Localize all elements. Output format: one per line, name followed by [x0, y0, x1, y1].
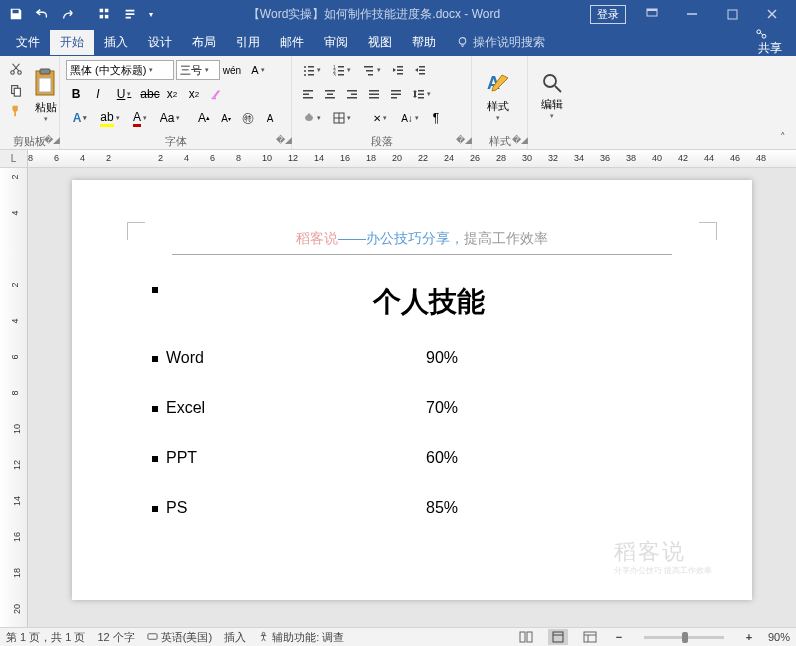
subscript-button[interactable]: x2 — [162, 84, 182, 104]
vertical-ruler[interactable]: 242468101214161820 — [0, 168, 28, 627]
align-center-button[interactable] — [320, 84, 340, 104]
tab-引用[interactable]: 引用 — [226, 30, 270, 55]
bold-button[interactable]: B — [66, 84, 86, 104]
undo-icon[interactable] — [30, 2, 54, 26]
collapse-ribbon-button[interactable]: ˄ — [774, 129, 792, 145]
svg-rect-3 — [105, 15, 109, 19]
clear-formatting-button[interactable] — [206, 84, 226, 104]
qat-item-icon[interactable] — [118, 2, 142, 26]
cut-button[interactable] — [6, 59, 26, 79]
shrink-font-button[interactable]: A▾ — [216, 108, 236, 128]
svg-rect-20 — [212, 98, 216, 100]
share-button[interactable]: 共享 — [747, 24, 790, 61]
align-right-button[interactable] — [342, 84, 362, 104]
tab-selector[interactable]: L — [0, 150, 28, 167]
font-launcher[interactable]: �◢ — [276, 135, 288, 147]
font-name-combo[interactable]: 黑体 (中文标题)▾ — [66, 60, 174, 80]
italic-button[interactable]: I — [88, 84, 108, 104]
horizontal-ruler[interactable]: 8642246810121416182022242628303234363840… — [28, 150, 796, 167]
login-button[interactable]: 登录 — [590, 5, 626, 24]
multilevel-list-button[interactable] — [358, 60, 386, 80]
highlight-button[interactable]: ab — [96, 108, 124, 128]
status-insert-mode[interactable]: 插入 — [224, 630, 246, 645]
web-layout-view-button[interactable] — [580, 629, 600, 645]
align-justify-button[interactable] — [364, 84, 384, 104]
copy-button[interactable] — [6, 80, 26, 100]
borders-button[interactable] — [328, 108, 356, 128]
char-border-button[interactable]: A — [244, 60, 272, 80]
svg-point-67 — [262, 632, 265, 635]
touch-mode-icon[interactable] — [92, 2, 116, 26]
char-shading-button[interactable]: Aa — [156, 108, 184, 128]
strikethrough-button[interactable]: abc — [140, 84, 160, 104]
align-distribute-button[interactable] — [386, 84, 406, 104]
numbering-button[interactable]: 123 — [328, 60, 356, 80]
underline-button[interactable]: U — [110, 84, 138, 104]
sort-button[interactable]: A↓ — [396, 108, 424, 128]
font-color-button[interactable]: A — [126, 108, 154, 128]
styles-launcher[interactable]: �◢ — [512, 135, 524, 147]
paragraph-launcher[interactable]: �◢ — [456, 135, 468, 147]
char-scaling-button[interactable]: A — [260, 108, 280, 128]
zoom-in-button[interactable]: + — [742, 631, 756, 643]
tab-布局[interactable]: 布局 — [182, 30, 226, 55]
shading-button[interactable] — [298, 108, 326, 128]
svg-rect-36 — [397, 66, 403, 68]
tab-设计[interactable]: 设计 — [138, 30, 182, 55]
show-marks-button[interactable]: ¶ — [426, 108, 446, 128]
clipboard-icon — [33, 68, 59, 98]
svg-rect-37 — [397, 70, 403, 72]
increase-indent-button[interactable] — [410, 60, 430, 80]
redo-icon[interactable] — [56, 2, 80, 26]
document-area[interactable]: 稻客说——办公技巧分享，提高工作效率 个人技能 Word90%Excel70%P… — [28, 168, 796, 627]
lightbulb-icon — [456, 36, 469, 49]
maximize-icon[interactable] — [712, 0, 752, 28]
superscript-button[interactable]: x2 — [184, 84, 204, 104]
phonetic-guide-button[interactable]: wén — [222, 60, 242, 80]
bullets-button[interactable] — [298, 60, 326, 80]
status-accessibility[interactable]: 辅助功能: 调查 — [258, 630, 344, 645]
grow-font-button[interactable]: A▴ — [194, 108, 214, 128]
asian-layout-button[interactable]: ✕ — [366, 108, 394, 128]
svg-point-25 — [304, 74, 306, 76]
share-icon — [755, 28, 782, 40]
svg-rect-56 — [391, 97, 397, 99]
text-effects-button[interactable]: A — [66, 108, 94, 128]
svg-rect-54 — [391, 90, 401, 92]
zoom-level[interactable]: 90% — [768, 631, 790, 643]
zoom-out-button[interactable]: − — [612, 631, 626, 643]
svg-rect-52 — [369, 94, 379, 96]
qat-sep — [82, 2, 90, 26]
editing-button[interactable]: 编辑 ▾ — [534, 59, 570, 131]
align-left-button[interactable] — [298, 84, 318, 104]
tab-审阅[interactable]: 审阅 — [314, 30, 358, 55]
line-spacing-button[interactable] — [408, 84, 436, 104]
tab-邮件[interactable]: 邮件 — [270, 30, 314, 55]
format-painter-button[interactable] — [6, 101, 26, 121]
enclose-char-button[interactable]: ㊕ — [238, 108, 258, 128]
print-layout-view-button[interactable] — [548, 629, 568, 645]
tab-开始[interactable]: 开始 — [50, 30, 94, 55]
tab-视图[interactable]: 视图 — [358, 30, 402, 55]
status-word-count[interactable]: 12 个字 — [97, 630, 134, 645]
clipboard-launcher[interactable]: �◢ — [44, 135, 56, 147]
tab-帮助[interactable]: 帮助 — [402, 30, 446, 55]
minimize-icon[interactable] — [672, 0, 712, 28]
tab-插入[interactable]: 插入 — [94, 30, 138, 55]
svg-rect-44 — [303, 97, 313, 99]
tell-me-search[interactable]: 操作说明搜索 — [456, 34, 545, 51]
svg-rect-49 — [351, 94, 357, 96]
svg-rect-5 — [647, 9, 657, 11]
decrease-indent-button[interactable] — [388, 60, 408, 80]
status-language[interactable]: 英语(美国) — [147, 630, 212, 645]
save-icon[interactable] — [4, 2, 28, 26]
tab-文件[interactable]: 文件 — [6, 30, 50, 55]
qat-customize-icon[interactable]: ▾ — [144, 2, 158, 26]
read-mode-view-button[interactable] — [516, 629, 536, 645]
ribbon-options-icon[interactable] — [632, 0, 672, 28]
styles-button[interactable]: A 样式 ▾ — [478, 59, 518, 131]
zoom-slider[interactable] — [644, 636, 724, 639]
font-size-combo[interactable]: 三号▾ — [176, 60, 220, 80]
paste-button[interactable]: 粘贴 ▾ — [31, 59, 61, 131]
status-page[interactable]: 第 1 页，共 1 页 — [6, 630, 85, 645]
